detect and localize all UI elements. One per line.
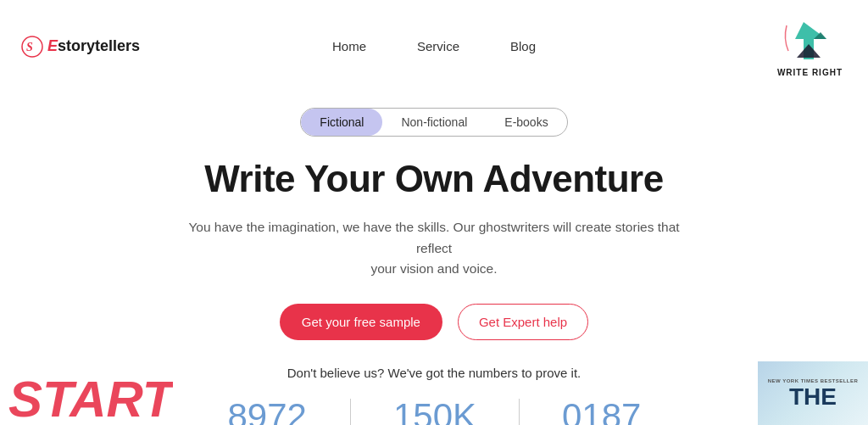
hero-subtitle: You have the imagination, we have the sk… (171, 217, 697, 280)
logo-svg-icon: S (20, 35, 44, 59)
stats-row: 8972 Bestseller books 150K Copies sold 0… (51, 399, 817, 425)
logo-text: Estorytellers (47, 37, 140, 55)
main-nav: Home Service Blog (332, 39, 536, 53)
tab-nonfictional[interactable]: Non-fictional (382, 109, 486, 136)
write-right-logo-area: Write Right (777, 15, 843, 77)
nav-blog[interactable]: Blog (510, 39, 536, 53)
stat-authors: 0187 Authors (520, 399, 683, 425)
stat-number-authors: 0187 (562, 399, 641, 425)
tab-ebooks[interactable]: E-books (486, 109, 566, 136)
logo-suffix: tellers (95, 37, 140, 54)
write-right-svg-icon (780, 15, 839, 66)
stat-number-books: 8972 (228, 399, 307, 425)
logo-brand: story (58, 37, 95, 54)
hero-title: Write Your Own Adventure (204, 157, 663, 202)
tab-fictional[interactable]: Fictional (301, 109, 382, 136)
hero-subtitle-line1: You have the imagination, we have the sk… (188, 220, 679, 255)
get-free-sample-button[interactable]: Get your free sample (280, 304, 442, 340)
logo[interactable]: S Estorytellers (20, 35, 140, 59)
stat-bestseller-books: 8972 Bestseller books (185, 399, 351, 425)
stat-copies-sold: 150K Copies sold (351, 399, 520, 425)
category-tabs-group: Fictional Non-fictional E-books (300, 108, 567, 137)
stats-section: Don't believe us? We've got the numbers … (51, 366, 817, 425)
category-tabs-container: Fictional Non-fictional E-books (0, 108, 868, 137)
cta-buttons: Get your free sample Get Expert help (280, 304, 588, 340)
write-right-label: Write Right (777, 68, 843, 77)
logo-prefix: E (47, 37, 58, 54)
svg-text:S: S (26, 41, 33, 53)
hero-section: Write Your Own Adventure You have the im… (0, 157, 868, 425)
hero-subtitle-line2: your vision and voice. (370, 261, 497, 276)
nav-home[interactable]: Home (332, 39, 366, 53)
stat-number-copies: 150K (393, 399, 476, 425)
header: S Estorytellers Home Service Blog Write … (0, 0, 868, 92)
svg-marker-4 (797, 44, 821, 58)
stats-tagline: Don't believe us? We've got the numbers … (51, 366, 817, 380)
get-expert-help-button[interactable]: Get Expert help (458, 304, 588, 340)
nav-service[interactable]: Service (417, 39, 459, 53)
